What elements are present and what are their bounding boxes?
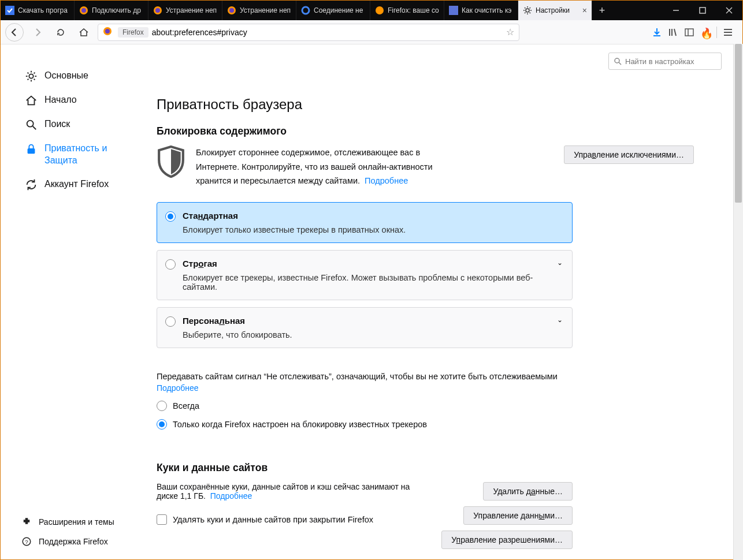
sidebar-item-account[interactable]: Аккаунт Firefox bbox=[21, 173, 133, 197]
tab-label: Устранение неп bbox=[240, 6, 291, 14]
firefox-icon bbox=[227, 6, 236, 15]
tab-label: Подключить др bbox=[92, 6, 143, 14]
downloads-icon[interactable] bbox=[652, 27, 662, 38]
cookies-desc: Ваши сохранённые куки, данные сайтов и к… bbox=[157, 482, 430, 501]
svg-point-8 bbox=[376, 6, 384, 14]
url-bar[interactable]: Firefox ☆ bbox=[98, 24, 519, 41]
sidebar-item-home[interactable]: Начало bbox=[21, 88, 133, 113]
tab-2[interactable]: Устранение неп bbox=[148, 1, 222, 20]
new-tab-button[interactable]: + bbox=[592, 1, 612, 20]
svg-text:?: ? bbox=[25, 539, 28, 545]
card-strict[interactable]: ⌄ Строгая Блокирует все трекеры, известн… bbox=[157, 250, 573, 300]
card-standard[interactable]: Стандартная Блокирует только известные т… bbox=[157, 202, 573, 243]
sync-icon bbox=[25, 178, 38, 191]
radio-icon bbox=[165, 211, 176, 222]
sidebar-icon[interactable] bbox=[684, 27, 694, 38]
settings-search[interactable]: Найти в настройках bbox=[608, 53, 722, 70]
svg-rect-25 bbox=[685, 29, 693, 36]
card-title: Строгая bbox=[183, 259, 562, 268]
svg-line-35 bbox=[28, 73, 29, 74]
library-icon[interactable] bbox=[668, 27, 678, 38]
scrollbar[interactable] bbox=[733, 44, 743, 560]
dnt-always[interactable]: Всегда bbox=[157, 401, 573, 411]
favicon bbox=[5, 6, 14, 15]
cookies-learn-more[interactable]: Подробнее bbox=[210, 491, 252, 501]
dnt-onlywhen[interactable]: Только когда Firefox настроен на блокиро… bbox=[157, 419, 573, 430]
checkbox-label: Удалять куки и данные сайтов при закрыти… bbox=[173, 515, 373, 524]
tab-4[interactable]: Соединение не bbox=[296, 1, 370, 20]
home-button[interactable] bbox=[75, 23, 93, 42]
sidebar-label: Начало bbox=[44, 94, 77, 106]
exceptions-button[interactable]: Управление исключениями… bbox=[564, 145, 694, 164]
manage-data-button[interactable]: Управление данными… bbox=[463, 506, 573, 525]
sidebar-label: Приватность и Защита bbox=[44, 143, 130, 167]
svg-line-17 bbox=[525, 13, 526, 14]
learn-more-link[interactable]: Подробнее bbox=[365, 176, 408, 185]
svg-rect-20 bbox=[700, 8, 705, 13]
tab-6[interactable]: Как очистить кэ bbox=[444, 1, 518, 20]
gear-icon bbox=[523, 6, 532, 15]
svg-point-2 bbox=[81, 8, 86, 13]
dnt-learn-more[interactable]: Подробнее bbox=[157, 383, 199, 393]
card-title: Стандартная bbox=[183, 211, 562, 221]
card-desc: Блокирует все трекеры, известные Firefox… bbox=[183, 273, 562, 292]
url-input[interactable] bbox=[152, 28, 503, 37]
svg-line-37 bbox=[28, 79, 29, 80]
bookmark-star-icon[interactable]: ☆ bbox=[506, 27, 514, 38]
tab-3[interactable]: Устранение неп bbox=[222, 1, 296, 20]
forward-button[interactable] bbox=[28, 23, 47, 42]
intro-text: Блокирует стороннее содержимое, отслежив… bbox=[196, 145, 444, 188]
close-tab-icon[interactable]: × bbox=[582, 6, 587, 15]
tab-label: Firefox: ваше со bbox=[388, 6, 439, 14]
radio-label: Всегда bbox=[173, 401, 199, 410]
sidebar-label: Поиск bbox=[44, 118, 70, 130]
google-icon bbox=[301, 6, 310, 15]
close-window-button[interactable] bbox=[716, 1, 742, 20]
svg-point-44 bbox=[615, 58, 619, 63]
firefox-icon bbox=[375, 6, 384, 15]
svg-line-18 bbox=[530, 8, 531, 9]
scrollbar-thumb[interactable] bbox=[735, 44, 742, 203]
maximize-button[interactable] bbox=[689, 1, 716, 20]
svg-point-24 bbox=[105, 29, 110, 33]
radio-icon bbox=[165, 259, 176, 270]
clear-data-button[interactable]: Удалить данные… bbox=[483, 482, 573, 501]
sidebar-item-general[interactable]: Основные bbox=[21, 64, 133, 88]
chevron-down-icon: ⌄ bbox=[557, 259, 563, 267]
flame-icon[interactable]: 🔥 bbox=[700, 27, 711, 38]
svg-line-36 bbox=[34, 79, 35, 80]
delete-on-close-checkbox[interactable]: Удалять куки и данные сайтов при закрыти… bbox=[157, 514, 430, 525]
minimize-button[interactable] bbox=[663, 1, 689, 20]
svg-line-45 bbox=[619, 62, 621, 65]
search-placeholder: Найти в настройках bbox=[625, 57, 694, 66]
svg-line-16 bbox=[530, 13, 531, 14]
reload-button[interactable] bbox=[51, 23, 70, 42]
tab-1[interactable]: Подключить др bbox=[75, 1, 148, 20]
tab-0[interactable]: Скачать програ bbox=[1, 1, 75, 20]
svg-line-38 bbox=[34, 73, 35, 74]
sidebar-extensions[interactable]: Расширения и темы bbox=[21, 512, 114, 532]
tab-5[interactable]: Firefox: ваше со bbox=[370, 1, 444, 20]
card-custom[interactable]: ⌄ Персональная Выберите, что блокировать… bbox=[157, 307, 573, 348]
search-icon bbox=[25, 118, 38, 131]
manage-permissions-button[interactable]: Управление разрешениями… bbox=[441, 531, 573, 549]
menu-icon[interactable] bbox=[723, 27, 733, 38]
identity-favicon bbox=[103, 27, 112, 38]
svg-rect-41 bbox=[28, 148, 35, 154]
back-button[interactable] bbox=[5, 23, 24, 42]
home-icon bbox=[25, 94, 38, 107]
svg-line-15 bbox=[525, 8, 526, 9]
footer-label: Расширения и темы bbox=[39, 517, 114, 527]
tab-label: Устранение неп bbox=[166, 6, 217, 14]
sidebar-support[interactable]: ? Поддержка Firefox bbox=[21, 532, 114, 551]
identity-label: Firefox bbox=[118, 27, 148, 38]
svg-point-4 bbox=[155, 8, 160, 13]
tab-7-active[interactable]: Настройки× bbox=[518, 1, 592, 20]
sidebar-item-search[interactable]: Поиск bbox=[21, 113, 133, 137]
lock-icon bbox=[25, 143, 38, 155]
svg-point-39 bbox=[27, 121, 34, 127]
radio-icon bbox=[165, 316, 176, 327]
sidebar-label: Основные bbox=[44, 70, 88, 82]
gear-icon bbox=[25, 70, 38, 83]
sidebar-item-privacy[interactable]: Приватность и Защита bbox=[21, 137, 133, 173]
